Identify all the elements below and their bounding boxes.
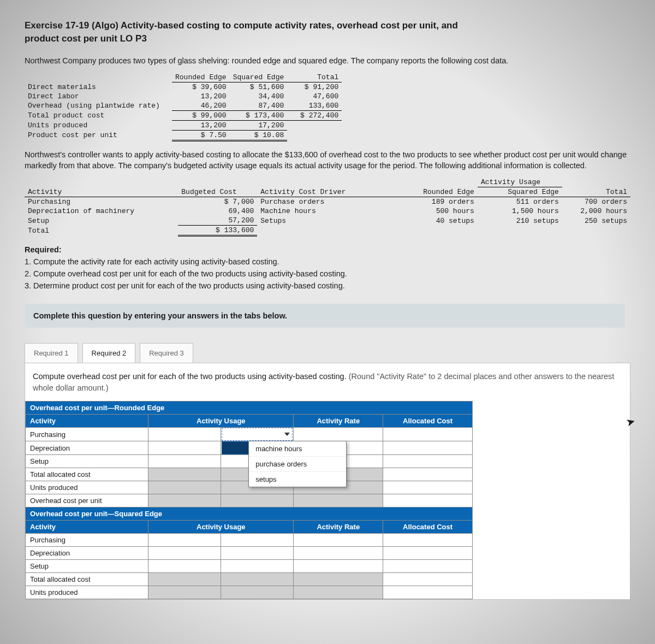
usage-qty-input[interactable] bbox=[148, 428, 221, 441]
r1-setup: Setup bbox=[26, 455, 148, 468]
r2-purchasing: Purchasing bbox=[26, 534, 148, 547]
intro-paragraph: Northwest Company produces two types of … bbox=[25, 55, 630, 66]
alloc-total-input[interactable] bbox=[383, 468, 473, 481]
rate-input[interactable] bbox=[294, 428, 383, 441]
col-budgeted: Budgeted Cost bbox=[178, 187, 257, 197]
col-squared-usage: Squared Edge bbox=[478, 187, 562, 197]
chevron-down-icon bbox=[284, 433, 290, 436]
col-rate-label: Activity Rate bbox=[294, 415, 383, 428]
r1-total-allocated: Total allocated cost bbox=[26, 468, 148, 481]
required-1: 1. Compute the activity rate for each ac… bbox=[25, 257, 279, 266]
usage-unit-dropdown[interactable] bbox=[222, 428, 293, 441]
section-squared: Overhead cost per unit—Squared Edge bbox=[26, 507, 473, 521]
tab-required-2[interactable]: Required 2 bbox=[82, 343, 136, 363]
col-driver: Activity Cost Driver bbox=[257, 187, 404, 197]
dropdown-option-purchase-orders[interactable]: purchase orders bbox=[249, 457, 346, 472]
cost-data-table: Rounded Edge Squared Edge Total Direct m… bbox=[25, 73, 342, 141]
usage-qty-input[interactable] bbox=[148, 534, 221, 547]
instruction-bar: Complete this question by entering your … bbox=[25, 304, 625, 328]
alloc-total-input[interactable] bbox=[383, 573, 473, 586]
required-2: 2. Compute overhead cost per unit for ea… bbox=[25, 269, 347, 278]
tab-row: Required 1 Required 2 Required 3 bbox=[25, 343, 630, 363]
r2-units-produced: Units produced bbox=[26, 586, 148, 599]
r2-setup: Setup bbox=[26, 560, 148, 573]
alloc-input[interactable] bbox=[383, 455, 473, 468]
r1-units-produced: Units produced bbox=[26, 481, 148, 494]
tab-required-1[interactable]: Required 1 bbox=[25, 343, 78, 363]
alloc-input[interactable] bbox=[383, 534, 473, 547]
col-total: Total bbox=[287, 73, 342, 82]
col-squared: Squared Edge bbox=[230, 73, 288, 82]
required-header: Required: bbox=[25, 245, 62, 254]
alloc-input[interactable] bbox=[383, 560, 473, 573]
tab-required-3[interactable]: Required 3 bbox=[140, 343, 193, 363]
r2-total-allocated: Total allocated cost bbox=[26, 573, 148, 586]
r1-purchasing: Purchasing bbox=[26, 428, 148, 441]
row-cost-per-unit: Product cost per unit bbox=[25, 130, 172, 140]
section-rounded: Overhead cost per unit—Rounded Edge bbox=[26, 401, 473, 415]
col-rounded: Rounded Edge bbox=[172, 73, 230, 82]
dropdown-option-setups[interactable]: setups bbox=[249, 472, 346, 487]
col-rounded-usage: Rounded Edge bbox=[404, 187, 478, 197]
col-activity-label: Activity bbox=[26, 415, 148, 428]
row-overhead: Overhead (using plantwide rate) bbox=[25, 101, 172, 111]
dropdown-option-machine-hours[interactable]: machine hours bbox=[249, 441, 346, 457]
required-3: 3. Determine product cost per unit for e… bbox=[25, 281, 345, 290]
exercise-title: Exercise 17-19 (Algo) Activity-based cos… bbox=[25, 19, 630, 45]
row-direct-materials: Direct materials bbox=[25, 82, 172, 92]
answer-table: Overhead cost per unit—Rounded Edge Acti… bbox=[25, 401, 473, 599]
required-block: Required: 1. Compute the activity rate f… bbox=[25, 244, 630, 292]
r1-depreciation: Depreciation bbox=[26, 441, 148, 455]
page: Exercise 17-19 (Algo) Activity-based cos… bbox=[25, 19, 630, 600]
row-direct-labor: Direct labor bbox=[25, 92, 172, 101]
alloc-input[interactable] bbox=[383, 547, 473, 560]
units-input[interactable] bbox=[383, 481, 473, 494]
alloc-input[interactable] bbox=[383, 428, 473, 441]
panel-instruction: Compute overhead cost per unit for each … bbox=[25, 363, 630, 401]
col-activity: Activity bbox=[25, 187, 178, 197]
title-line-1: Exercise 17-19 (Algo) Activity-based cos… bbox=[25, 20, 458, 31]
usage-qty-input[interactable] bbox=[148, 547, 221, 560]
mid-paragraph: Northwest's controller wants to apply ac… bbox=[25, 149, 630, 172]
cursor-icon: ➤ bbox=[624, 415, 637, 430]
usage-qty-input[interactable] bbox=[148, 560, 221, 573]
activity-usage-header: Activity Usage bbox=[478, 178, 562, 187]
tab-panel: Compute overhead cost per unit for each … bbox=[25, 363, 630, 600]
alloc-input[interactable] bbox=[383, 441, 473, 455]
usage-qty-input[interactable] bbox=[148, 455, 221, 468]
title-line-2: product cost per unit LO P3 bbox=[25, 33, 147, 44]
rate-input[interactable] bbox=[294, 534, 383, 547]
usage-unit-dropdown[interactable] bbox=[221, 547, 294, 560]
rate-input[interactable] bbox=[294, 547, 383, 560]
rate-input[interactable] bbox=[294, 560, 383, 573]
col-total-usage: Total bbox=[562, 187, 630, 197]
col-usage-label: Activity Usage bbox=[148, 415, 294, 428]
activity-table: Activity Usage Activity Budgeted Cost Ac… bbox=[25, 178, 630, 237]
r1-overhead-per-unit: Overhead cost per unit bbox=[26, 494, 148, 507]
usage-unit-dropdown[interactable] bbox=[221, 560, 294, 573]
col-alloc-label: Allocated Cost bbox=[383, 415, 473, 428]
row-total-product-cost: Total product cost bbox=[25, 110, 172, 120]
perunit-input[interactable] bbox=[383, 494, 473, 507]
r2-depreciation: Depreciation bbox=[26, 547, 148, 560]
dropdown-popup: machine hours purchase orders setups bbox=[248, 441, 347, 487]
usage-unit-dropdown[interactable] bbox=[221, 534, 294, 547]
units-input[interactable] bbox=[383, 586, 473, 599]
row-units-produced: Units produced bbox=[25, 120, 172, 130]
usage-qty-input[interactable] bbox=[148, 441, 221, 455]
